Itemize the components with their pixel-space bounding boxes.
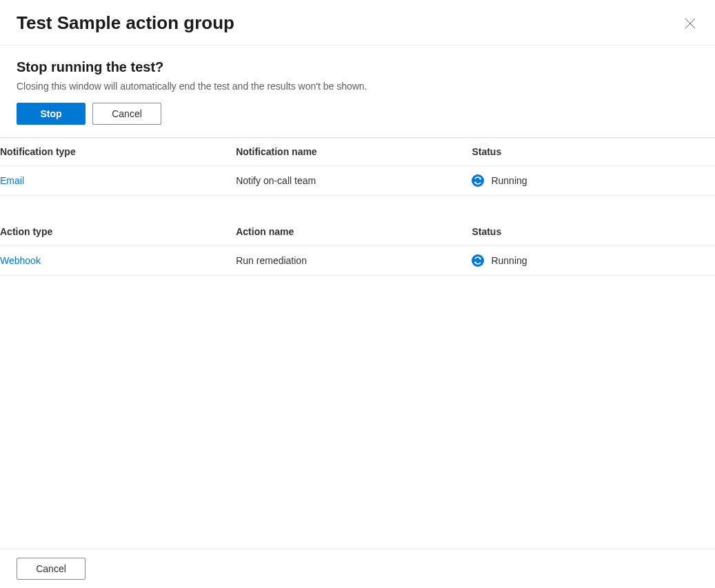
actions-header-status: Status — [472, 218, 715, 246]
actions-table: Action type Action name Status Webhook R… — [0, 218, 715, 276]
running-icon — [472, 174, 484, 187]
confirm-message: Closing this window will automatically e… — [17, 81, 698, 92]
panel-footer: Cancel — [0, 549, 715, 588]
tables-region: Notification type Notification name Stat… — [0, 138, 715, 276]
action-name-cell: Run remediation — [236, 246, 472, 276]
table-row: Email Notify on-call team — [0, 166, 715, 196]
close-button[interactable] — [682, 15, 698, 32]
svg-point-2 — [472, 174, 484, 187]
panel-title: Test Sample action group — [17, 12, 234, 34]
confirm-button-row: Stop Cancel — [17, 103, 698, 125]
status-cell: Running — [472, 174, 709, 187]
panel-header: Test Sample action group — [0, 0, 715, 45]
footer-cancel-button[interactable]: Cancel — [17, 558, 85, 580]
action-type-link[interactable]: Webhook — [0, 255, 41, 266]
notifications-table: Notification type Notification name Stat… — [0, 138, 715, 196]
cancel-button[interactable]: Cancel — [92, 103, 161, 125]
stop-button[interactable]: Stop — [17, 103, 85, 125]
notifications-header-type: Notification type — [0, 138, 236, 166]
running-icon — [472, 254, 484, 267]
notification-name-cell: Notify on-call team — [236, 166, 472, 196]
status-cell: Running — [472, 254, 709, 267]
notifications-header-name: Notification name — [236, 138, 472, 166]
svg-point-5 — [472, 254, 484, 267]
actions-header-type: Action type — [0, 218, 236, 246]
status-text: Running — [491, 255, 527, 266]
status-text: Running — [491, 175, 527, 186]
table-row: Webhook Run remediation — [0, 246, 715, 276]
confirm-heading: Stop running the test? — [17, 59, 698, 75]
actions-header-name: Action name — [236, 218, 472, 246]
confirm-panel: Stop running the test? Closing this wind… — [0, 45, 715, 138]
close-icon — [685, 18, 696, 29]
notification-type-link[interactable]: Email — [0, 175, 24, 186]
notifications-header-status: Status — [472, 138, 715, 166]
